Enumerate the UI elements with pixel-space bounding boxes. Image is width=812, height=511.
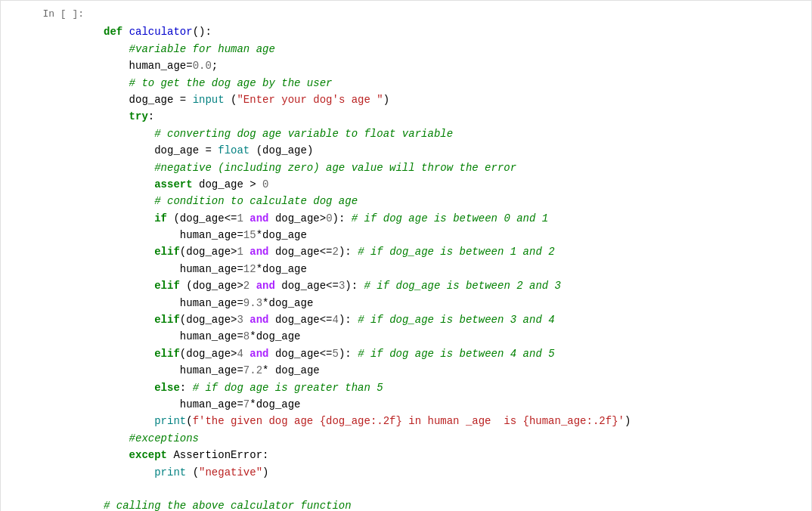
- notebook-cell: In [ ]: def calculator(): #variable for …: [0, 0, 812, 511]
- cell-content[interactable]: def calculator(): #variable for human ag…: [91, 1, 811, 511]
- cell-label: In [ ]:: [1, 1, 91, 511]
- code-block: def calculator(): #variable for human ag…: [104, 7, 799, 511]
- cell-prompt: In [ ]:: [42, 8, 84, 20]
